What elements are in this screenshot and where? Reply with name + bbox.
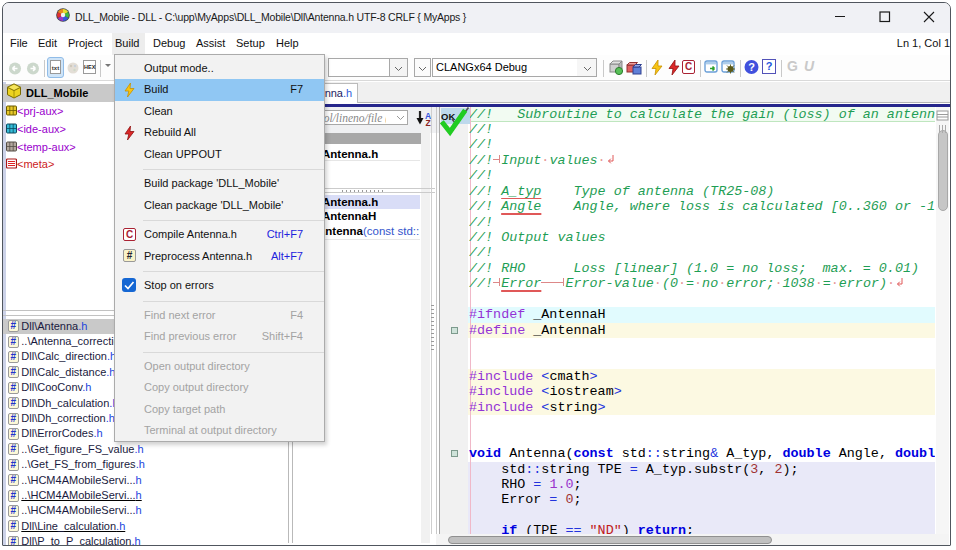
svg-text:?: ? [748, 61, 755, 73]
